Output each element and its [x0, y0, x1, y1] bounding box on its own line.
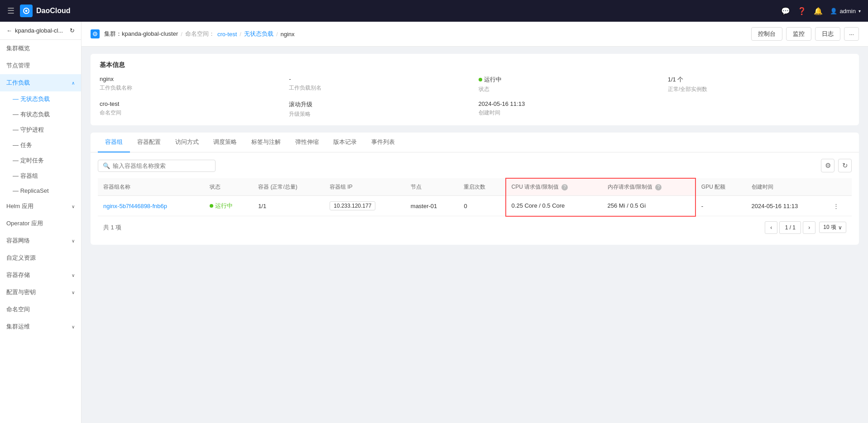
col-header-cpu: CPU 请求值/限制值 ? [506, 178, 602, 196]
settings-icon-button[interactable]: ⚙ [821, 159, 834, 172]
row-more-icon[interactable]: ⋮ [833, 203, 839, 209]
mem-help-icon[interactable]: ? [655, 184, 662, 190]
workload-instances-value: 1/1 个 [668, 76, 850, 84]
col-header-created: 创建时间 [746, 178, 828, 196]
workload-alias-value: - [289, 76, 471, 82]
sidebar-item-task[interactable]: — 任务 [0, 138, 81, 153]
table-actions: ⚙ ↻ [821, 159, 852, 172]
search-box[interactable]: 🔍 [98, 160, 216, 172]
svg-point-2 [95, 33, 96, 35]
breadcrumb-cluster: 集群：kpanda-global-cluster [104, 30, 178, 38]
col-header-status: 状态 [204, 178, 253, 196]
cell-node: master-01 [405, 196, 459, 216]
breadcrumb-workload-type[interactable]: 无状态负载 [244, 30, 273, 38]
col-header-actions [828, 178, 852, 196]
sidebar-item-stateless[interactable]: — 无状态负载 [0, 91, 81, 107]
search-input[interactable] [113, 162, 211, 169]
col-header-node: 节点 [405, 178, 459, 196]
bell-icon[interactable]: 🔔 [814, 7, 823, 15]
refresh-icon[interactable]: ↻ [70, 27, 75, 34]
tab-container-group[interactable]: 容器组 [98, 133, 130, 152]
workload-upgrade-value: 滚动升级 [289, 100, 471, 109]
workload-alias-label: 工作负载别名 [289, 84, 471, 92]
current-page: 1 / 1 [779, 221, 801, 234]
message-icon[interactable]: 💬 [781, 7, 790, 15]
cluster-selector[interactable]: ← kpanda-global-cl... ↻ [0, 22, 81, 40]
sidebar-item-workload[interactable]: 工作负载 ∧ [0, 74, 81, 91]
tab-access-method[interactable]: 访问方式 [168, 133, 206, 152]
breadcrumb-namespace-label: 命名空间： [185, 30, 215, 38]
logo: DaoCloud [20, 5, 71, 17]
more-actions-button[interactable]: ··· [844, 27, 859, 41]
table-toolbar: 🔍 ⚙ ↻ [98, 159, 852, 172]
monitor-button[interactable]: 监控 [786, 27, 811, 41]
tab-elastic-scaling[interactable]: 弹性伸缩 [288, 133, 326, 152]
console-button[interactable]: 控制台 [751, 27, 782, 41]
cell-containers: 1/1 [253, 196, 324, 216]
sidebar-item-cluster-overview[interactable]: 集群概览 [0, 40, 81, 57]
top-navigation: ☰ DaoCloud 💬 ❓ 🔔 👤 admin ▾ [0, 0, 868, 22]
logs-button[interactable]: 日志 [815, 27, 840, 41]
prev-page-button[interactable]: ‹ [765, 221, 777, 234]
user-avatar-icon: 👤 [830, 8, 837, 14]
cell-row-action[interactable]: ⋮ [828, 196, 852, 216]
help-icon[interactable]: ❓ [797, 7, 806, 15]
network-expand-icon: ∨ [72, 238, 75, 243]
sidebar-item-label: — 无状态负载 [13, 95, 50, 102]
sidebar-item-cron-task[interactable]: — 定时任务 [0, 153, 81, 168]
user-menu[interactable]: 👤 admin ▾ [830, 8, 861, 14]
sidebar-item-daemon[interactable]: — 守护进程 [0, 122, 81, 138]
page-size-selector[interactable]: 10 项 ∨ [819, 222, 846, 233]
cluster-name: kpanda-global-cl... [15, 27, 63, 34]
sidebar-item-label: — 守护进程 [13, 126, 44, 133]
sidebar-item-node-management[interactable]: 节点管理 [0, 57, 81, 74]
sidebar-item-custom-resource[interactable]: 自定义资源 [0, 249, 81, 252]
hamburger-menu[interactable]: ☰ [7, 6, 14, 16]
workload-status-label: 状态 [479, 86, 661, 93]
tab-version-records[interactable]: 版本记录 [326, 133, 364, 152]
search-icon: 🔍 [103, 162, 110, 169]
helm-expand-icon: ∨ [72, 204, 75, 209]
sidebar-item-helm-app[interactable]: Helm 应用 ∨ [0, 198, 81, 215]
logo-text: DaoCloud [36, 7, 71, 15]
sidebar-item-container-network[interactable]: 容器网络 ∨ [0, 232, 81, 249]
container-groups-table: 容器组名称 状态 容器 (正常/总量) 容器组 IP [98, 178, 852, 217]
sidebar-item-replicaset[interactable]: — ReplicaSet [0, 184, 81, 198]
cell-mem: 256 Mi / 0.5 Gi [602, 196, 695, 216]
cell-cpu: 0.25 Core / 0.5 Core [506, 196, 602, 216]
sidebar-item-operator-app[interactable]: Operator 应用 [0, 215, 81, 232]
sidebar-item-container-group-sub[interactable]: — 容器组 [0, 168, 81, 184]
page-size-value: 10 项 [823, 223, 836, 231]
username: admin [840, 8, 856, 14]
pagination: 共 1 项 ‹ 1 / 1 › 10 项 ∨ [98, 217, 852, 238]
tab-event-list[interactable]: 事件列表 [364, 133, 402, 152]
info-item-upgrade: 滚动升级 升级策略 [289, 100, 471, 118]
workload-upgrade-label: 升级策略 [289, 110, 471, 118]
sidebar-item-label: — 定时任务 [13, 157, 44, 164]
table-row: nginx-5b7f446898-fnb6p 运行中 1/1 10.233.12… [98, 196, 852, 216]
workload-ns-value: cro-test [100, 100, 282, 107]
breadcrumb-sep3: / [276, 31, 278, 38]
tab-container-config[interactable]: 容器配置 [130, 133, 168, 152]
breadcrumb: 集群：kpanda-global-cluster / 命名空间：cro-test… [91, 29, 295, 38]
sidebar-item-label: 工作负载 [6, 79, 30, 87]
next-page-button[interactable]: › [803, 221, 815, 234]
info-item-name: nginx 工作负载名称 [100, 76, 282, 93]
breadcrumb-sep1: / [181, 31, 182, 38]
breadcrumb-workload-name: nginx [281, 31, 295, 38]
tabs-header: 容器组 容器配置 访问方式 调度策略 标签与注解 弹性伸缩 版本记录 事件列表 [91, 133, 859, 152]
col-header-ip: 容器组 IP [324, 178, 405, 196]
tab-scheduling-policy[interactable]: 调度策略 [206, 133, 244, 152]
cell-restarts: 0 [458, 196, 505, 216]
back-icon[interactable]: ← [6, 27, 12, 34]
cpu-help-icon[interactable]: ? [561, 184, 568, 190]
info-item-created: 2024-05-16 11:13 创建时间 [479, 100, 661, 118]
breadcrumb-sep2: / [240, 31, 241, 38]
page-size-chevron: ∨ [838, 224, 842, 231]
breadcrumb-namespace[interactable]: cro-test [217, 31, 237, 38]
info-item-instances: 1/1 个 正常/全部实例数 [668, 76, 850, 93]
refresh-icon-button[interactable]: ↻ [838, 159, 852, 172]
sidebar-item-stateful[interactable]: — 有状态负载 [0, 107, 81, 122]
tab-labels-annotations[interactable]: 标签与注解 [244, 133, 288, 152]
sidebar-item-label: 集群概览 [6, 44, 30, 52]
